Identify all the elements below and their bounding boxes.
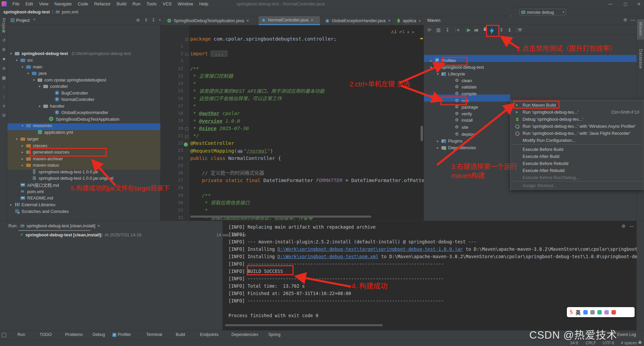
menu-item[interactable]: Code — [75, 1, 91, 6]
toolwindow-bar-item[interactable]: TODO — [34, 332, 52, 337]
menu-item[interactable]: Edit — [22, 1, 36, 6]
context-menu-item[interactable]: Run 'springboot-debug-tes...' with 'Java… — [511, 130, 643, 137]
maven-tree-row[interactable]: compile — [449, 90, 477, 97]
maven-tree-row[interactable]: install — [449, 117, 473, 123]
run-tab[interactable]: m springboot-debug-test [clean,install] … — [20, 223, 100, 228]
next-warning-icon[interactable]: ∨ — [412, 30, 414, 34]
prev-warning-icon[interactable]: ∧ — [407, 30, 409, 34]
tree-chevron-icon[interactable]: ▸ — [21, 144, 24, 148]
lock-icon[interactable] — [639, 342, 641, 344]
tree-chevron-icon[interactable]: ▾ — [32, 78, 36, 82]
run-tool-icon[interactable]: ⊟ — [1, 113, 7, 118]
tree-chevron-icon[interactable]: ▾ — [21, 65, 24, 69]
maven-tree-row[interactable]: ▸ Plugins — [436, 137, 463, 144]
tree-row[interactable]: ▾ java — [26, 70, 50, 76]
tree-chevron-icon[interactable]: ▾ — [38, 84, 41, 88]
breadcrumb-file[interactable]: pom.xml — [62, 9, 78, 14]
panel-header-icon[interactable]: ↧ — [152, 17, 155, 22]
close-button[interactable]: ✕ — [632, 0, 644, 8]
breadcrumb-project[interactable]: springboot-debug-test — [3, 9, 50, 14]
close-icon[interactable]: ✕ — [388, 19, 391, 22]
menu-item[interactable]: Window — [175, 1, 196, 6]
maven-tree-row[interactable]: ▾ Lifecycle — [436, 70, 465, 77]
close-icon[interactable]: ✕ — [311, 18, 313, 22]
maven-toolbar-icon[interactable]: ⚒ — [517, 26, 523, 33]
menu-item[interactable]: Refactor — [91, 1, 114, 6]
tree-chevron-icon[interactable]: ▸ — [21, 150, 24, 154]
skip-tests-toggle[interactable] — [486, 26, 497, 36]
gear-icon[interactable]: ⚙ — [623, 17, 627, 22]
tree-row[interactable]: Scratches and Consoles — [9, 208, 72, 215]
maven-tree-row[interactable]: site — [449, 124, 468, 130]
tree-chevron-icon[interactable]: ▸ — [436, 146, 439, 150]
toolwindow-bar-item[interactable]: Terminal — [140, 332, 162, 337]
tree-chevron-icon[interactable]: ▾ — [15, 58, 18, 62]
tree-chevron-icon[interactable]: ▸ — [21, 163, 24, 167]
editor-tab[interactable]: SpringBootDebugTestApplication.java ✕ ∨ — [164, 16, 257, 25]
tree-row[interactable]: ▸ maven-archiver — [21, 155, 67, 162]
tree-chevron-icon[interactable]: ▾ — [15, 137, 18, 141]
input-method-bar[interactable]: S 英 — [567, 307, 635, 317]
run-tool-icon[interactable]: ≡ — [1, 103, 7, 109]
tree-chevron-icon[interactable]: ▾ — [26, 71, 30, 75]
menu-item[interactable]: Help — [196, 1, 211, 6]
run-tool-icon[interactable]: ▦ — [1, 75, 7, 81]
toolwindow-switcher-icon[interactable] — [2, 333, 6, 337]
menu-item[interactable]: Run — [129, 1, 144, 6]
minimize-button[interactable]: — — [604, 0, 617, 8]
context-menu-item[interactable]: Run Maven Build — [511, 102, 643, 109]
tree-chevron-icon[interactable]: ▾ — [9, 52, 13, 55]
maximize-button[interactable]: ▢ — [619, 0, 632, 8]
maven-toolbar-icon[interactable]: ⟳ — [426, 26, 433, 33]
toolwindow-bar-item[interactable]: Endpoints — [194, 332, 219, 337]
maven-tree-row[interactable]: ▸ Dependencies — [436, 144, 476, 151]
tree-chevron-icon[interactable]: ▾ — [429, 65, 433, 69]
ime-language-indicator[interactable]: 英 — [576, 309, 581, 316]
context-menu-item[interactable]: Modify Run Configuration... — [511, 137, 643, 144]
tree-chevron-icon[interactable]: ▸ — [436, 139, 439, 143]
tree-chevron-icon[interactable]: ▾ — [38, 104, 41, 108]
ime-skin-icon[interactable] — [604, 310, 609, 314]
maven-toolbar-icon[interactable]: m — [473, 26, 480, 33]
run-tool-icon[interactable]: ⚙ — [1, 47, 7, 53]
run-tool-icon[interactable]: ↑ — [1, 84, 7, 90]
maven-tree-row[interactable]: ▸ Profiles — [429, 57, 456, 64]
tree-chevron-icon[interactable]: ▸ — [429, 59, 433, 62]
editor-horizontal-scrollbar[interactable] — [190, 216, 371, 218]
tree-row[interactable]: ▸ generated-sources — [21, 149, 73, 155]
close-icon[interactable]: ✕ — [97, 224, 100, 228]
editor-tab[interactable]: GlobalExceptionHandler.java ✕ ∨ — [322, 16, 391, 25]
maven-tree-row[interactable]: ▾ springboot-debug-test — [429, 64, 484, 70]
hide-panel-icon[interactable]: — — [630, 224, 634, 229]
maven-tree-row[interactable]: validate — [449, 83, 477, 90]
tree-row[interactable]: SpringBootDebugTestApplication — [44, 116, 123, 122]
maven-tree-row[interactable]: test — [449, 97, 469, 104]
tree-row[interactable]: ▸ maven-status — [21, 162, 63, 168]
toolwindow-bar-item[interactable]: Debug — [87, 332, 105, 337]
run-tool-icon[interactable]: ▶ — [1, 28, 7, 34]
chevron-down-icon[interactable]: ∨ — [419, 19, 421, 22]
project-panel-title[interactable]: Project — [16, 18, 30, 23]
toolwindow-button[interactable]: Database — [637, 46, 644, 72]
run-tool-icon[interactable]: ↺ — [1, 38, 7, 43]
context-menu-item[interactable]: Execute After Rebuild — [511, 167, 643, 174]
run-tool-icon[interactable]: ↓ — [1, 94, 7, 100]
context-menu-item[interactable]: Execute Before Rebuild — [511, 160, 643, 167]
tree-row[interactable]: ▾ src — [15, 57, 37, 63]
breadcrumb[interactable]: springboot-debug-test ⟩ m pom.xml — [3, 9, 78, 14]
tree-row[interactable]: README.md — [15, 194, 57, 201]
maven-toolbar-icon[interactable]: ↨ — [506, 26, 513, 33]
code-area[interactable]: 1 package com.cpolar.springbootdebugtest… — [160, 25, 424, 221]
tree-row[interactable]: ▾ com.cpolar.springbootdebugtest — [32, 76, 110, 83]
tree-row[interactable]: ▾ target — [15, 135, 42, 142]
context-menu-item[interactable]: Run 'springboot-debug-tes...' with 'Wind… — [511, 123, 643, 130]
maven-toolbar-icon[interactable]: ▥ — [435, 26, 442, 33]
menu-item[interactable]: Tools — [144, 1, 160, 6]
toolwindow-button[interactable]: Maven — [637, 19, 644, 40]
inspection-widget[interactable]: ⚠1 ✔1 ∧ ∨ — [391, 30, 414, 34]
maven-toolbar-icon[interactable]: ▶ — [466, 26, 472, 33]
tree-row[interactable]: ▾ springboot-debug-test D:\Work\springbo… — [9, 50, 131, 57]
tree-row[interactable]: pom.xml — [15, 188, 47, 195]
tree-row[interactable]: ▸ classes — [21, 142, 51, 149]
context-menu-item[interactable]: Execute Before Build — [511, 146, 643, 153]
